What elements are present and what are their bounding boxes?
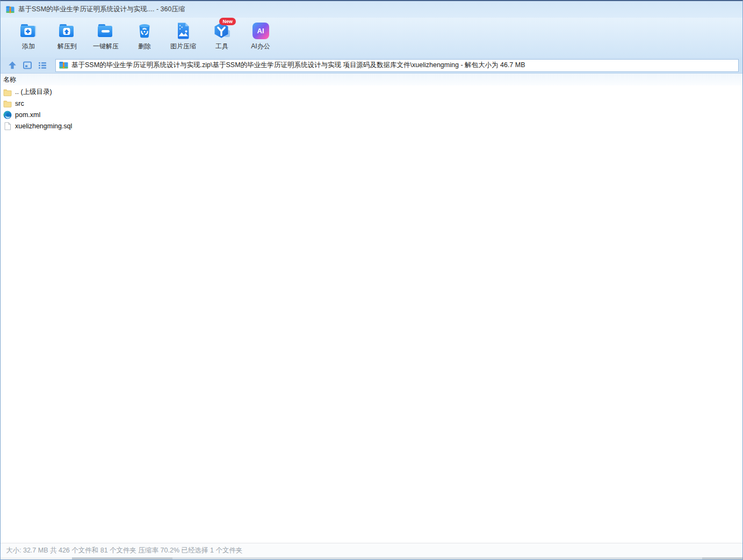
- sql-file-icon: [3, 122, 12, 130]
- extract-to-button-label: 解压到: [57, 42, 77, 51]
- tools-icon: New: [211, 20, 233, 41]
- tools-button[interactable]: New 工具: [203, 20, 241, 55]
- window-title: 基于SSM的毕业生学历证明系统设计与实现.... - 360压缩: [18, 5, 185, 14]
- list-item-parent-dir[interactable]: .. (上级目录): [1, 86, 742, 98]
- taskbar-segment: [172, 557, 702, 559]
- list-item-sql[interactable]: xuelizhengming.sql: [1, 120, 742, 132]
- add-button-label: 添加: [22, 42, 35, 51]
- address-input[interactable]: 基于SSM的毕业生学历证明系统设计与实现.zip\基于SSM的毕业生学历证明系统…: [55, 59, 739, 72]
- zip-archive-icon: [59, 61, 68, 69]
- list-item-src[interactable]: src: [1, 98, 742, 109]
- taskbar-segment: [72, 557, 172, 559]
- delete-button[interactable]: 删除: [125, 20, 164, 55]
- image-compress-button-label: 图片压缩: [170, 42, 196, 51]
- name-header-label: 名称: [3, 75, 16, 84]
- one-click-extract-button[interactable]: 一键解压: [86, 20, 125, 55]
- image-compress-icon: [172, 20, 194, 41]
- file-name: src: [15, 100, 24, 107]
- status-bar: 大小: 32.7 MB 共 426 个文件和 81 个文件夹 压缩率 70.2%…: [1, 543, 742, 557]
- one-click-extract-icon: [95, 20, 117, 41]
- folder-icon: [3, 88, 12, 97]
- file-name: .. (上级目录): [15, 88, 52, 97]
- list-view-button[interactable]: [36, 60, 49, 71]
- ai-office-button[interactable]: AI AI办公: [241, 20, 280, 55]
- ai-office-button-label: AI办公: [251, 42, 270, 51]
- ai-office-icon-text: AI: [253, 23, 269, 39]
- list-item-pom-xml[interactable]: pom.xml: [1, 109, 742, 120]
- title-bar: 基于SSM的毕业生学历证明系统设计与实现.... - 360压缩: [1, 1, 742, 18]
- file-name: xuelizhengming.sql: [15, 122, 72, 130]
- image-compress-button[interactable]: 图片压缩: [164, 20, 203, 55]
- toolbar: 添加 解压到 一键解压: [1, 18, 742, 57]
- list-view-icon: [38, 61, 47, 70]
- delete-button-label: 删除: [138, 42, 151, 51]
- delete-icon: [134, 20, 155, 41]
- extract-to-button[interactable]: 解压到: [48, 20, 86, 55]
- zip-archive-icon: [6, 5, 15, 14]
- status-text: 大小: 32.7 MB 共 426 个文件和 81 个文件夹 压缩率 70.2%…: [6, 546, 242, 555]
- file-list: .. (上级目录) src pom.xml xuelizhengmin: [1, 85, 742, 543]
- up-button[interactable]: [6, 60, 19, 71]
- archive-path: 基于SSM的毕业生学历证明系统设计与实现.zip\基于SSM的毕业生学历证明系统…: [71, 61, 525, 70]
- file-name: pom.xml: [15, 111, 40, 119]
- add-archive-icon: [18, 20, 39, 41]
- taskbar-segment: [1, 557, 72, 559]
- folder-icon: [3, 99, 12, 108]
- app-window: 基于SSM的毕业生学历证明系统设计与实现.... - 360压缩 添加: [0, 0, 743, 560]
- tools-new-badge: New: [219, 18, 236, 25]
- extract-to-icon: [56, 20, 78, 41]
- tools-button-label: 工具: [215, 42, 228, 51]
- preview-pane-icon: [23, 61, 32, 70]
- up-icon: [8, 61, 17, 70]
- column-header-name[interactable]: 名称: [1, 74, 742, 85]
- preview-pane-button[interactable]: [21, 60, 34, 71]
- add-button[interactable]: 添加: [9, 20, 48, 55]
- edge-browser-icon: [3, 111, 12, 119]
- ai-office-icon: AI: [250, 20, 271, 41]
- address-bar-row: 基于SSM的毕业生学历证明系统设计与实现.zip\基于SSM的毕业生学历证明系统…: [1, 57, 742, 74]
- one-click-extract-button-label: 一键解压: [93, 42, 119, 51]
- taskbar-segment: [702, 557, 742, 559]
- taskbar-edge: [1, 557, 742, 559]
